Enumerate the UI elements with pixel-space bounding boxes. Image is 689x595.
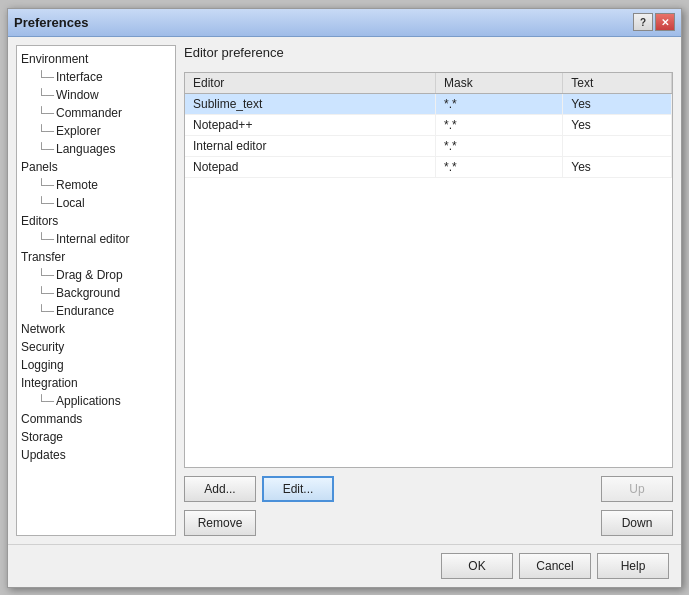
col-header-text: Text (563, 73, 672, 94)
table-row[interactable]: Notepad++*.*Yes (185, 114, 672, 135)
sidebar-item-commands[interactable]: Commands (17, 410, 175, 428)
sidebar-item-editors[interactable]: Editors (17, 212, 175, 230)
table-row[interactable]: Notepad*.*Yes (185, 156, 672, 177)
sidebar-item-explorer[interactable]: └─Explorer (17, 122, 175, 140)
cell-editor: Notepad (185, 156, 435, 177)
cell-mask: *.* (435, 156, 562, 177)
preferences-dialog: Preferences ? ✕ Environment└─Interface└─… (7, 8, 682, 588)
close-button[interactable]: ✕ (655, 13, 675, 31)
cell-editor: Internal editor (185, 135, 435, 156)
sidebar-item-network[interactable]: Network (17, 320, 175, 338)
dialog-title: Preferences (14, 15, 88, 30)
sidebar-item-transfer[interactable]: Transfer (17, 248, 175, 266)
table-row[interactable]: Internal editor*.* (185, 135, 672, 156)
sidebar: Environment└─Interface└─Window└─Commande… (16, 45, 176, 536)
sidebar-item-background[interactable]: └─Background (17, 284, 175, 302)
sidebar-item-drag-drop[interactable]: └─Drag & Drop (17, 266, 175, 284)
sidebar-item-remote[interactable]: └─Remote (17, 176, 175, 194)
sidebar-item-updates[interactable]: Updates (17, 446, 175, 464)
sidebar-item-logging[interactable]: Logging (17, 356, 175, 374)
help-titlebar-button[interactable]: ? (633, 13, 653, 31)
cell-text: Yes (563, 114, 672, 135)
cell-editor: Notepad++ (185, 114, 435, 135)
sidebar-item-internal-editor[interactable]: └─Internal editor (17, 230, 175, 248)
editor-table-container: EditorMaskTextSublime_text*.*YesNotepad+… (184, 72, 673, 468)
sidebar-item-security[interactable]: Security (17, 338, 175, 356)
sidebar-item-applications[interactable]: └─Applications (17, 392, 175, 410)
cell-text (563, 135, 672, 156)
dialog-footer: OK Cancel Help (8, 544, 681, 587)
sidebar-item-panels[interactable]: Panels (17, 158, 175, 176)
down-button[interactable]: Down (601, 510, 673, 536)
table-row[interactable]: Sublime_text*.*Yes (185, 93, 672, 114)
action-buttons-row1: Add... Edit... Up (184, 476, 673, 502)
sidebar-item-languages[interactable]: └─Languages (17, 140, 175, 158)
cell-mask: *.* (435, 93, 562, 114)
sidebar-item-local[interactable]: └─Local (17, 194, 175, 212)
cell-mask: *.* (435, 135, 562, 156)
cell-editor: Sublime_text (185, 93, 435, 114)
title-bar: Preferences ? ✕ (8, 9, 681, 37)
sidebar-item-endurance[interactable]: └─Endurance (17, 302, 175, 320)
section-title: Editor preference (184, 45, 673, 60)
editor-table: EditorMaskTextSublime_text*.*YesNotepad+… (185, 73, 672, 178)
sidebar-item-interface[interactable]: └─Interface (17, 68, 175, 86)
add-button[interactable]: Add... (184, 476, 256, 502)
edit-button[interactable]: Edit... (262, 476, 334, 502)
sidebar-item-window[interactable]: └─Window (17, 86, 175, 104)
sidebar-item-commander[interactable]: └─Commander (17, 104, 175, 122)
sidebar-item-storage[interactable]: Storage (17, 428, 175, 446)
cell-text: Yes (563, 93, 672, 114)
cancel-button[interactable]: Cancel (519, 553, 591, 579)
remove-button[interactable]: Remove (184, 510, 256, 536)
cell-mask: *.* (435, 114, 562, 135)
sidebar-item-environment[interactable]: Environment (17, 50, 175, 68)
up-button[interactable]: Up (601, 476, 673, 502)
sidebar-item-integration[interactable]: Integration (17, 374, 175, 392)
col-header-mask: Mask (435, 73, 562, 94)
ok-button[interactable]: OK (441, 553, 513, 579)
cell-text: Yes (563, 156, 672, 177)
title-bar-buttons: ? ✕ (633, 13, 675, 31)
dialog-body: Environment└─Interface└─Window└─Commande… (8, 37, 681, 544)
help-footer-button[interactable]: Help (597, 553, 669, 579)
main-content: Editor preference EditorMaskTextSublime_… (184, 45, 673, 536)
action-buttons-row2: Remove Down (184, 510, 673, 536)
col-header-editor: Editor (185, 73, 435, 94)
